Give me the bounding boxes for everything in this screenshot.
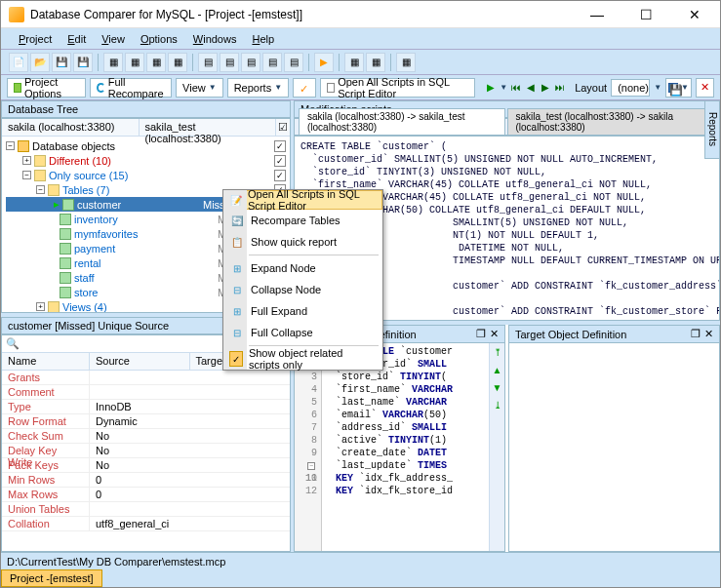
refresh-icon [97, 83, 105, 93]
toolbar-save-icon[interactable]: 💾 [52, 53, 71, 72]
toolbar-btn5-icon[interactable]: ▦ [103, 53, 123, 72]
project-options-button[interactable]: Project Options [7, 78, 86, 98]
nav-last-icon[interactable]: ⏭ [554, 79, 565, 97]
diff-down-icon[interactable]: ▼ [492, 382, 503, 394]
window-title: Database Comparer for MySQL - [Project -… [30, 8, 580, 21]
diff-last-icon[interactable]: ⤓ [492, 400, 503, 412]
toolbar-btn12-icon[interactable]: ▤ [262, 53, 282, 72]
project-tab[interactable]: Project -[emstest] [1, 569, 102, 587]
diff-up-icon[interactable]: ▲ [492, 365, 503, 376]
tree-col-check: ☑ [276, 119, 290, 136]
collapse-icon[interactable]: − [6, 141, 15, 150]
toolbar-run-icon[interactable]: ▶ [314, 53, 334, 72]
titlebar: Database Comparer for MySQL - [Project -… [1, 1, 720, 28]
source-code[interactable]: CREATE TABLE `customer `customer_id` SMA… [322, 343, 489, 551]
target-code[interactable] [509, 343, 719, 551]
table-icon [60, 287, 71, 298]
open-all-scripts-button[interactable]: Open All Scripts in SQL Script Editor [320, 78, 475, 98]
toolbar-btn13-icon[interactable]: ▤ [284, 53, 303, 72]
delete-layout-button[interactable]: ✕ [696, 78, 714, 98]
checkbox[interactable]: ✓ [274, 140, 286, 152]
expand-icon[interactable]: + [22, 156, 31, 165]
collapse-icon[interactable]: − [22, 171, 31, 179]
reports-side-tab[interactable]: Reports [704, 100, 720, 159]
script-direction-tabs: sakila (localhost:3380) -> sakila_test (… [294, 118, 720, 136]
close-button[interactable]: ✕ [677, 5, 712, 24]
nav-prev-icon[interactable]: ◀ [526, 79, 537, 97]
ctx-full-collapse[interactable]: ⊟Full Collapse [223, 322, 382, 343]
toolbar-btn15-icon[interactable]: ▦ [344, 53, 364, 72]
check-toggle-button[interactable]: ✓ [293, 78, 316, 98]
toolbar-btn11-icon[interactable]: ▤ [241, 53, 260, 72]
nav-first-icon[interactable]: ⏮ [511, 79, 522, 97]
property-row: Union Tables [2, 502, 290, 517]
menu-windows[interactable]: Windows [187, 31, 243, 47]
restore-icon[interactable]: ❐ [476, 328, 486, 340]
diff-first-icon[interactable]: ⤒ [492, 347, 503, 359]
toolbar-btn8-icon[interactable]: ▦ [168, 53, 187, 72]
close-panel-icon[interactable]: ✕ [704, 328, 713, 340]
reports-dropdown[interactable]: Reports▼ [227, 78, 289, 98]
property-row: Max Rows0 [2, 488, 290, 502]
toolbar-new-icon[interactable]: 📄 [9, 53, 28, 72]
toolbar-btn17-icon[interactable]: ▦ [396, 53, 416, 72]
ctx-collapse-node[interactable]: ⊟Collapse Node [223, 279, 382, 300]
folder-icon [48, 184, 60, 196]
property-row: Grants [2, 371, 290, 385]
checkbox[interactable]: ✓ [274, 155, 286, 167]
run-dropdown[interactable]: ▼ [500, 83, 507, 92]
toolbar-btn16-icon[interactable]: ▦ [366, 53, 385, 72]
restore-icon[interactable]: ❐ [691, 328, 701, 340]
maximize-button[interactable]: ☐ [628, 5, 663, 24]
toolbar-open-icon[interactable]: 📂 [30, 53, 50, 72]
layout-combo[interactable]: (none) [611, 79, 650, 97]
toolbar-btn7-icon[interactable]: ▦ [146, 53, 166, 72]
project-tab-bar: Project -[emstest] [1, 569, 720, 587]
property-row: Comment [2, 385, 290, 400]
save-layout-button[interactable]: 💾▼ [665, 78, 692, 98]
tree-col-source: sakila (localhost:3380) [2, 119, 140, 136]
app-icon [9, 7, 24, 22]
full-recompare-button[interactable]: Full Recompare [90, 78, 172, 98]
ctx-full-expand[interactable]: ⊞Full Expand [223, 300, 382, 322]
ctx-quick-report[interactable]: 📋Show quick report [223, 231, 382, 253]
full-expand-icon: ⊞ [229, 303, 245, 319]
menu-help[interactable]: Help [246, 31, 280, 47]
minimize-button[interactable]: — [580, 5, 615, 24]
menu-project[interactable]: Project [13, 31, 58, 47]
collapse-icon: ⊟ [229, 282, 245, 297]
property-row: Row FormatDynamic [2, 414, 290, 429]
collapse-icon[interactable]: − [36, 185, 45, 194]
toolbar-btn10-icon[interactable]: ▤ [220, 53, 239, 72]
ctx-related-scripts-only[interactable]: ✓Show object related scripts only [223, 348, 382, 370]
expand-icon[interactable]: + [36, 302, 45, 311]
toolbar-saveas-icon[interactable]: 💾 [73, 53, 93, 72]
checkbox[interactable]: ✓ [274, 170, 286, 181]
menu-edit[interactable]: Edit [61, 31, 92, 47]
ctx-recompare-tables[interactable]: 🔄Recompare Tables [223, 210, 382, 231]
prop-filter-icon[interactable]: 🔍 [6, 337, 20, 350]
target-def-title: Target Object Definition [515, 329, 626, 340]
database-icon [18, 140, 29, 152]
tab-target-to-source[interactable]: sakila_test (localhost:3380) -> sakila (… [507, 108, 714, 135]
table-icon [60, 243, 71, 255]
menu-options[interactable]: Options [135, 31, 183, 47]
toolbar-btn9-icon[interactable]: ▤ [198, 53, 218, 72]
toolbar-btn6-icon[interactable]: ▦ [125, 53, 144, 72]
tab-source-to-target[interactable]: sakila (localhost:3380) -> sakila_test (… [299, 108, 505, 135]
close-panel-icon[interactable]: ✕ [490, 328, 499, 340]
diff-nav: ⤒ ▲ ▼ ⤓ [489, 343, 504, 551]
command-bar: Project Options Full Recompare View▼ Rep… [1, 75, 720, 100]
menu-view[interactable]: View [96, 31, 131, 47]
prop-col-name: Name [2, 353, 90, 370]
run-icon[interactable]: ▶ [486, 79, 497, 97]
nav-next-icon[interactable]: ▶ [541, 79, 551, 97]
folder-icon [34, 170, 46, 181]
property-row: Check SumNo [2, 429, 290, 444]
layout-dropdown-icon[interactable]: ▼ [654, 83, 661, 92]
view-dropdown[interactable]: View▼ [176, 78, 223, 98]
ctx-expand-node[interactable]: ⊞Expand Node [223, 257, 382, 279]
script-icon: 📝 [230, 192, 242, 208]
property-row: Pack KeysNo [2, 458, 290, 473]
ctx-open-all-scripts[interactable]: 📝Open All Scripts in SQL Script Editor [223, 190, 382, 210]
